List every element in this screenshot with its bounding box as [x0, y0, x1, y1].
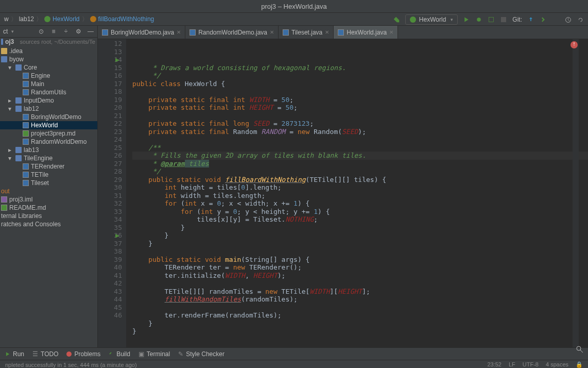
- breadcrumb-item[interactable]: w: [4, 15, 9, 23]
- tree-node[interactable]: ternal Libraries: [0, 212, 97, 220]
- folder-icon: [15, 147, 22, 153]
- tree-node[interactable]: HexWorld: [0, 121, 97, 129]
- debug-icon[interactable]: [475, 16, 482, 23]
- stylechecker-tool-tab[interactable]: ✎Style Checker: [178, 350, 224, 358]
- coverage-icon[interactable]: [488, 16, 495, 23]
- tree-label: ternal Libraries: [1, 212, 42, 220]
- tree-node[interactable]: Tileset: [0, 179, 97, 187]
- line-separator[interactable]: LF: [509, 361, 515, 368]
- tree-label: RandomWorldDemo: [31, 138, 87, 145]
- java-file-icon: [102, 29, 108, 36]
- tree-label: lab12: [24, 105, 39, 112]
- run-line-icon[interactable]: ▶: [115, 56, 119, 64]
- tree-node[interactable]: ▸lab13: [0, 146, 97, 154]
- status-message: npleted successfully in 1 sec, 444 ms (a…: [5, 362, 137, 368]
- tree-node[interactable]: .idea: [0, 47, 97, 55]
- cursor-position[interactable]: 23:52: [487, 361, 501, 368]
- tree-node[interactable]: project3prep.md: [0, 129, 97, 138]
- svg-point-0: [477, 18, 481, 22]
- run-tool-tab[interactable]: Run: [5, 350, 24, 358]
- error-badge-icon[interactable]: !: [570, 41, 578, 48]
- editor-tab[interactable]: Tileset.java✕: [279, 26, 334, 39]
- close-icon[interactable]: ✕: [177, 29, 181, 35]
- tree-label: Engine: [31, 72, 50, 79]
- tree-node[interactable]: ▸InputDemo: [0, 96, 97, 105]
- tree-node[interactable]: TETile: [0, 171, 97, 179]
- run-line-icon[interactable]: ▶: [115, 231, 119, 240]
- run-config-selector[interactable]: HexWorld: [405, 14, 458, 25]
- close-icon[interactable]: ✕: [270, 29, 274, 35]
- chevron-icon: 〉: [11, 15, 17, 24]
- editor-tab[interactable]: BoringWorldDemo.java✕: [98, 26, 185, 39]
- tree-node[interactable]: RandomWorldDemo: [0, 138, 97, 146]
- collapse-all-icon[interactable]: ÷: [62, 28, 70, 35]
- tree-node[interactable]: TERenderer: [0, 162, 97, 171]
- markdown-file-icon: [23, 130, 29, 137]
- editor-tabs: BoringWorldDemo.java✕RandomWorldDemo.jav…: [98, 26, 588, 39]
- breadcrumbs: w 〉 lab12 〉 HexWorld 〉 fillBoardWithNoth…: [0, 13, 588, 26]
- gear-icon[interactable]: ⚙: [75, 28, 82, 35]
- tree-node[interactable]: BoringWorldDemo: [0, 113, 97, 121]
- tree-label: RandomUtils: [31, 89, 66, 96]
- file-encoding[interactable]: UTF-8: [523, 361, 539, 368]
- svg-rect-2: [501, 17, 506, 22]
- hide-icon[interactable]: —: [87, 28, 94, 35]
- project-view-selector[interactable]: ct: [3, 28, 14, 35]
- history-icon[interactable]: [564, 16, 572, 23]
- expand-all-icon[interactable]: ≡: [50, 28, 57, 35]
- tree-node[interactable]: ▾lab12: [0, 105, 97, 113]
- tree-node[interactable]: ▾Core: [0, 63, 97, 72]
- git-push-icon[interactable]: [552, 16, 559, 23]
- terminal-tool-tab[interactable]: ▣Terminal: [139, 350, 170, 358]
- java-file-icon: [23, 139, 29, 145]
- tree-node[interactable]: README.md: [0, 204, 97, 212]
- java-file-icon: [23, 180, 29, 186]
- tree-node[interactable]: ▾TileEngine: [0, 154, 97, 162]
- iml-file-icon: [1, 196, 7, 203]
- gutter[interactable]: 121314▶151617181920212223242526272829303…: [98, 39, 126, 347]
- git-update-icon[interactable]: [527, 16, 534, 23]
- java-file-icon: [23, 172, 29, 178]
- tree-node[interactable]: Main: [0, 80, 97, 88]
- breadcrumb-item[interactable]: fillBoardWithNothing: [98, 15, 154, 23]
- close-icon[interactable]: ✕: [325, 29, 329, 35]
- stop-icon[interactable]: [500, 16, 507, 23]
- hammer-icon[interactable]: [393, 16, 400, 23]
- breadcrumb-item[interactable]: HexWorld: [53, 15, 79, 23]
- tree-node[interactable]: ratches and Consoles: [0, 220, 97, 228]
- error-stripe[interactable]: !: [573, 39, 579, 347]
- editor-tab[interactable]: HexWorld.java✕: [334, 26, 398, 39]
- tree-node[interactable]: Engine: [0, 72, 97, 80]
- problems-tool-tab[interactable]: Problems: [66, 350, 100, 358]
- tree-label: TERenderer: [31, 163, 64, 170]
- select-opened-icon[interactable]: ⊙: [38, 28, 45, 35]
- java-file-icon: [283, 29, 289, 36]
- project-root[interactable]: oj3 sources root, ~/Documents/Te: [0, 38, 97, 46]
- tree-node[interactable]: byow: [0, 55, 97, 63]
- chevron-icon: 〉: [82, 15, 88, 24]
- tree-node[interactable]: proj3.iml: [0, 195, 97, 204]
- search-icon[interactable]: [576, 345, 585, 355]
- window-title: proj3 – HexWorld.java: [261, 3, 327, 10]
- revert-icon[interactable]: [577, 16, 584, 23]
- build-tool-tab[interactable]: Build: [109, 350, 130, 358]
- tree-label: lab13: [24, 146, 39, 154]
- run-icon[interactable]: [463, 16, 470, 23]
- git-commit-icon[interactable]: [540, 16, 547, 23]
- tree-label: byow: [9, 56, 24, 63]
- breadcrumb-item[interactable]: lab12: [19, 15, 34, 23]
- git-label: Git:: [512, 16, 522, 23]
- close-icon[interactable]: ✕: [389, 29, 393, 35]
- editor-tab[interactable]: RandomWorldDemo.java✕: [185, 26, 279, 39]
- indent-info[interactable]: 4 spaces: [546, 361, 568, 368]
- tree-label: README.md: [9, 204, 46, 211]
- todo-tool-tab[interactable]: ☰TODO: [32, 350, 58, 358]
- top-toolbar: HexWorld Git:: [393, 14, 584, 25]
- java-file-icon: [23, 122, 29, 128]
- tree-node[interactable]: RandomUtils: [0, 88, 97, 96]
- code-editor[interactable]: ! * Draws a world consisting of hexagona…: [126, 39, 588, 347]
- folder-icon: [1, 39, 3, 45]
- title-bar: proj3 – HexWorld.java: [0, 0, 588, 13]
- lock-icon[interactable]: 🔒: [576, 361, 583, 368]
- tree-node[interactable]: out: [0, 187, 97, 195]
